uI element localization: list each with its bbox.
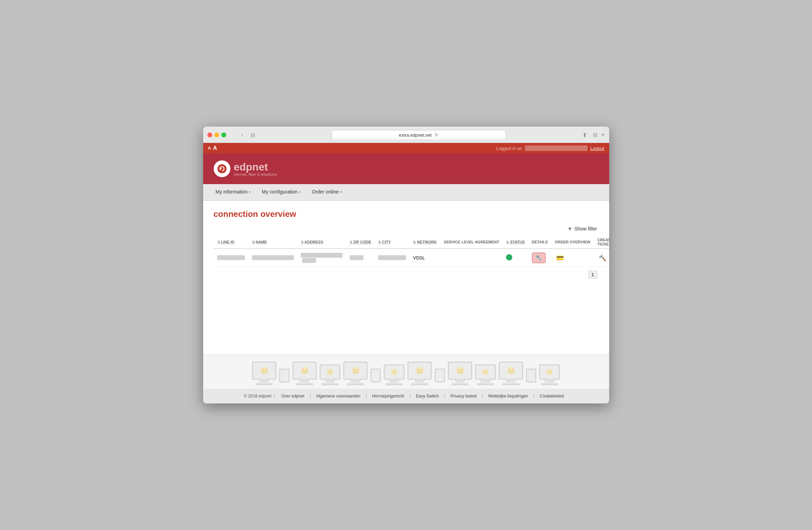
main-nav: My information ▾ My configuration ▾ Orde… [203, 184, 609, 201]
footer-link-1[interactable]: Algemene voorwaarden [312, 394, 365, 399]
sort-icon-status: ⇅ [506, 240, 509, 244]
footer-copyright: © 2018 edpnet [244, 394, 271, 399]
page-content: connection overview ▼ Show filter ⇅LINE … [203, 201, 609, 354]
network-value: VDSL [413, 255, 425, 260]
details-button[interactable]: 🔧 [532, 252, 546, 263]
router-unit-5: 😊 [343, 362, 368, 385]
th-sla: SERVICE LEVEL AGREEMENT [440, 235, 503, 249]
logged-in-label: Logged in as [496, 146, 522, 151]
footer-sep-6: | [532, 394, 536, 399]
url-bar-container: extra.edpnet.net ↻ [261, 130, 577, 140]
logo-text: edpnet [234, 161, 277, 173]
smiley-3: 😊 [300, 367, 309, 374]
router-base-1 [255, 383, 273, 385]
footer-sep-5: | [481, 394, 484, 399]
close-traffic-light[interactable] [207, 132, 212, 137]
smiley-1: 😊 [260, 367, 269, 374]
cell-city [375, 249, 409, 267]
line-id-value [217, 255, 245, 260]
router-small-9 [435, 369, 445, 383]
router-base-11 [477, 383, 494, 385]
router-monitor-5: 😊 [343, 362, 368, 380]
sort-icon-zipcode: ⇅ [350, 240, 352, 244]
url-text: extra.edpnet.net [399, 132, 432, 138]
th-line-id: ⇅LINE ID [214, 235, 248, 249]
font-controls: A A [208, 145, 217, 151]
sort-icon-network: ⇅ [413, 240, 416, 244]
browser-actions: ⬆ ⧉ + [580, 131, 605, 139]
th-address: ⇅ADDRESS [297, 235, 346, 249]
order-overview-button[interactable]: 💳 [555, 253, 565, 263]
table-header-row: ⇅LINE ID ⇅NAME ⇅ADDRESS ⇅ZIP CODE ⇅CITY [214, 235, 609, 249]
footer-link-2[interactable]: Herroepingsrecht [368, 394, 408, 399]
show-filter-label: Show filter [574, 226, 597, 232]
sidebar-toggle-button[interactable]: ⊟ [248, 131, 257, 139]
browser-window: ‹ › ⊟ extra.edpnet.net ↻ ⬆ ⧉ + A A Logge… [203, 127, 609, 403]
smiley-11: 😑 [482, 369, 489, 375]
forward-button[interactable]: › [239, 131, 245, 139]
nav-my-information[interactable]: My information ▾ [210, 184, 256, 200]
logo-area: edpnet internet, fiber & telephony [214, 160, 277, 177]
router-small-2 [279, 369, 290, 383]
tab-view-button[interactable]: ⧉ [591, 131, 599, 139]
nav-my-information-arrow: ▾ [249, 190, 251, 194]
browser-titlebar: ‹ › ⊟ extra.edpnet.net ↻ ⬆ ⧉ + [203, 127, 609, 143]
footer-link-easy-switch[interactable]: Easy Switch [412, 394, 443, 399]
font-large-icon[interactable]: A [213, 145, 217, 151]
share-button[interactable]: ⬆ [580, 131, 589, 139]
router-unit-13 [526, 369, 536, 385]
reload-button[interactable]: ↻ [435, 132, 439, 138]
url-bar[interactable]: extra.edpnet.net ↻ [332, 130, 506, 140]
router-base-8 [411, 383, 428, 385]
router-row: 😊 😊 😑 [203, 362, 609, 385]
zip-code-value [350, 255, 363, 260]
user-area: Logged in as Logout [496, 145, 604, 151]
nav-order-online[interactable]: Order online ▾ [306, 184, 347, 200]
th-status: ⇅STATUS [503, 235, 528, 249]
maximize-traffic-light[interactable] [221, 132, 226, 137]
footer-sep-2: | [365, 394, 368, 399]
footer-link-3[interactable]: Privacy beleid [446, 394, 481, 399]
router-small-6 [370, 369, 381, 383]
pagination-area: 1 [214, 267, 599, 282]
connection-table: ⇅LINE ID ⇅NAME ⇅ADDRESS ⇅ZIP CODE ⇅CITY [214, 235, 609, 267]
footer-link-4[interactable]: Wettelijke bepalingen [484, 394, 532, 399]
nav-my-configuration[interactable]: My configuration ▾ [256, 184, 306, 200]
table-row: VDSL 🔧 💳 🔨 [214, 249, 609, 267]
sort-icon-name: ⇅ [252, 240, 255, 244]
minimize-traffic-light[interactable] [214, 132, 219, 137]
cell-create-ticket: 🔨 [594, 249, 609, 267]
nav-my-configuration-arrow: ▾ [299, 190, 301, 194]
cell-address [297, 249, 346, 267]
th-order-overview: ORDER OVERVIEW [551, 235, 594, 249]
logout-link[interactable]: Logout [590, 146, 604, 151]
nav-order-online-arrow: ▾ [340, 190, 342, 194]
smiley-5: 😊 [351, 367, 360, 374]
show-filter-button[interactable]: ▼ Show filter [567, 226, 597, 232]
browser-nav: ‹ › [232, 131, 245, 139]
router-unit-7: 😑 [384, 364, 405, 385]
router-unit-10: 😊 [448, 362, 472, 385]
page-title: connection overview [214, 209, 599, 219]
router-base-14 [541, 383, 558, 385]
new-tab-button[interactable]: + [601, 131, 605, 139]
back-button[interactable]: ‹ [232, 131, 238, 139]
footer-link-0[interactable]: Over edpnet [277, 394, 308, 399]
router-monitor-11: 😑 [475, 364, 496, 380]
smiley-14: 😑 [546, 369, 553, 375]
logo-tagline: internet, fiber & telephony [234, 172, 277, 176]
router-monitor-12: 😊 [499, 362, 523, 380]
create-ticket-button[interactable]: 🔨 [597, 253, 608, 263]
th-create-ticket: CREATETICKET [594, 235, 609, 249]
router-monitor-14: 😑 [539, 364, 560, 380]
th-name: ⇅NAME [248, 235, 297, 249]
site-content: A A Logged in as Logout [203, 143, 609, 403]
font-small-icon[interactable]: A [208, 146, 211, 151]
router-monitor-8: 😊 [407, 362, 432, 380]
footer-link-5[interactable]: Cookiebeleid [536, 394, 568, 399]
footer-sep-4: | [443, 394, 446, 399]
footer-banner: 😊 😊 😑 [203, 354, 609, 389]
router-unit-4: 😑 [320, 364, 340, 385]
footer-sep-1: | [308, 394, 312, 399]
footer-sep-3: | [408, 394, 412, 399]
